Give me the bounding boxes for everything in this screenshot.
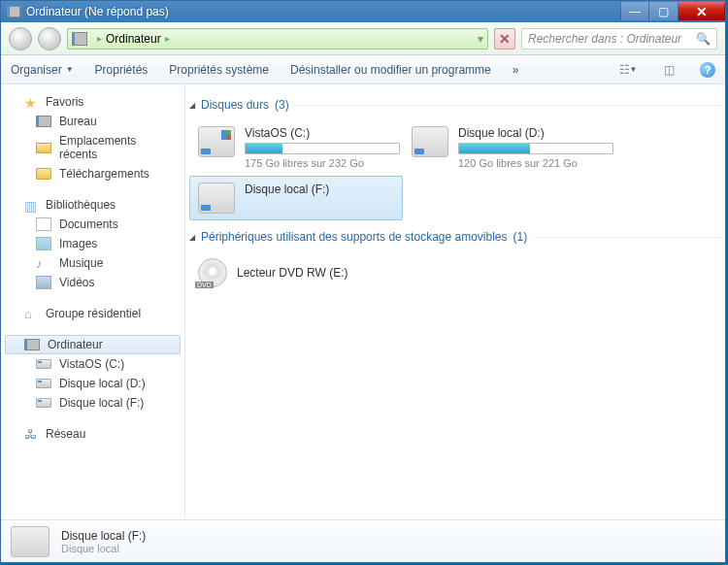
group-removable[interactable]: ◢ Périphériques utilisant des supports d… — [189, 230, 721, 244]
close-button[interactable]: ✕ — [678, 2, 725, 21]
computer-group[interactable]: Ordinateur — [5, 335, 181, 354]
sidebar-item-drive-f[interactable]: Disque local (F:) — [5, 393, 181, 413]
homegroup-icon: ⌂ — [24, 307, 40, 320]
sidebar-item-desktop[interactable]: Bureau — [5, 112, 181, 131]
chevron-right-icon[interactable]: ▸ — [165, 33, 170, 44]
window-buttons: — ▢ ✕ — [620, 2, 725, 21]
document-icon — [36, 217, 51, 231]
network-icon: 🖧 — [24, 427, 40, 441]
nav-bar: ▸ Ordinateur ▸ ▾ ✕ Rechercher dans : Ord… — [1, 22, 725, 55]
refresh-button[interactable]: ✕ — [494, 28, 515, 50]
computer-icon — [7, 6, 20, 17]
main-pane[interactable]: ◢ Disques durs (3) VistaOS (C:) 175 Go l… — [185, 84, 725, 519]
window-title: Ordinateur (Ne répond pas) — [26, 5, 620, 18]
sidebar-item-recent[interactable]: Emplacements récents — [5, 131, 181, 164]
hdd-icon — [11, 526, 50, 557]
status-name: Disque local (F:) — [61, 529, 146, 543]
status-type: Disque local — [61, 543, 146, 554]
capacity-bar — [458, 143, 613, 154]
organize-menu[interactable]: Organiser▼ — [11, 63, 74, 77]
network-group[interactable]: 🖧Réseau — [5, 424, 181, 444]
sidebar-item-downloads[interactable]: Téléchargements — [5, 164, 181, 183]
sidebar-item-drive-d[interactable]: Disque local (D:) — [5, 374, 181, 393]
computer-icon — [24, 339, 40, 350]
body: ★Favoris Bureau Emplacements récents Tél… — [1, 84, 725, 519]
hdd-icon — [198, 183, 235, 214]
video-icon — [36, 276, 51, 289]
dropdown-icon[interactable]: ▾ — [478, 32, 483, 46]
music-icon: ♪ — [36, 256, 51, 270]
drive-f[interactable]: Disque local (F:) — [189, 176, 403, 220]
sidebar-item-pictures[interactable]: Images — [5, 234, 181, 253]
preview-pane-button[interactable]: ◫ — [659, 62, 678, 78]
computer-icon — [72, 32, 87, 46]
system-properties-button[interactable]: Propriétés système — [169, 63, 269, 77]
navigation-pane: ★Favoris Bureau Emplacements récents Tél… — [1, 84, 185, 519]
titlebar[interactable]: Ordinateur (Ne répond pas) — ▢ ✕ — [1, 1, 725, 22]
sidebar-item-drive-c[interactable]: VistaOS (C:) — [5, 354, 181, 374]
group-hard-drives[interactable]: ◢ Disques durs (3) — [189, 98, 721, 112]
more-button[interactable]: » — [513, 63, 519, 77]
sidebar-item-videos[interactable]: Vidéos — [5, 273, 181, 292]
sidebar-item-music[interactable]: ♪Musique — [5, 253, 181, 273]
chevron-right-icon[interactable]: ▸ — [97, 33, 102, 44]
libraries-icon: ▥ — [24, 198, 40, 212]
collapse-icon[interactable]: ◢ — [189, 233, 195, 242]
breadcrumb-item[interactable]: Ordinateur — [106, 32, 161, 46]
properties-button[interactable]: Propriétés — [95, 63, 149, 77]
forward-button[interactable] — [38, 27, 61, 50]
minimize-button[interactable]: — — [620, 2, 649, 21]
drive-d[interactable]: Disque local (D:) 120 Go libres sur 221 … — [403, 119, 616, 176]
homegroup[interactable]: ⌂Groupe résidentiel — [5, 304, 181, 323]
uninstall-button[interactable]: Désinstaller ou modifier un programme — [290, 63, 491, 77]
recent-icon — [36, 143, 51, 153]
folder-icon — [36, 168, 51, 180]
search-input[interactable]: Rechercher dans : Ordinateur 🔍 — [521, 28, 717, 50]
hdd-icon — [412, 126, 448, 157]
view-options-button[interactable]: ☷▼ — [618, 62, 638, 78]
details-pane: Disque local (F:) Disque local — [1, 519, 725, 562]
capacity-bar — [245, 143, 400, 154]
drive-icon — [36, 379, 51, 388]
dvd-icon — [198, 258, 227, 287]
star-icon: ★ — [24, 95, 40, 109]
image-icon — [36, 237, 51, 250]
collapse-icon[interactable]: ◢ — [189, 101, 195, 110]
favorites-group[interactable]: ★Favoris — [5, 92, 181, 112]
drive-icon — [36, 359, 51, 369]
search-icon: 🔍 — [696, 32, 711, 46]
desktop-icon — [36, 116, 51, 127]
back-button[interactable] — [9, 27, 32, 50]
address-bar[interactable]: ▸ Ordinateur ▸ ▾ — [67, 28, 488, 50]
search-placeholder: Rechercher dans : Ordinateur — [528, 32, 681, 46]
chevron-down-icon: ▼ — [66, 65, 74, 74]
toolbar: Organiser▼ Propriétés Propriétés système… — [1, 55, 725, 84]
explorer-window: Ordinateur (Ne répond pas) — ▢ ✕ ▸ Ordin… — [0, 0, 726, 563]
drive-dvd[interactable]: Lecteur DVD RW (E:) — [189, 251, 403, 294]
help-button[interactable]: ? — [700, 62, 715, 78]
hdd-icon — [198, 126, 235, 157]
drive-c[interactable]: VistaOS (C:) 175 Go libres sur 232 Go — [189, 119, 403, 176]
drive-icon — [36, 398, 51, 408]
maximize-button[interactable]: ▢ — [649, 2, 678, 21]
libraries-group[interactable]: ▥Bibliothèques — [5, 195, 181, 215]
sidebar-item-documents[interactable]: Documents — [5, 215, 181, 234]
